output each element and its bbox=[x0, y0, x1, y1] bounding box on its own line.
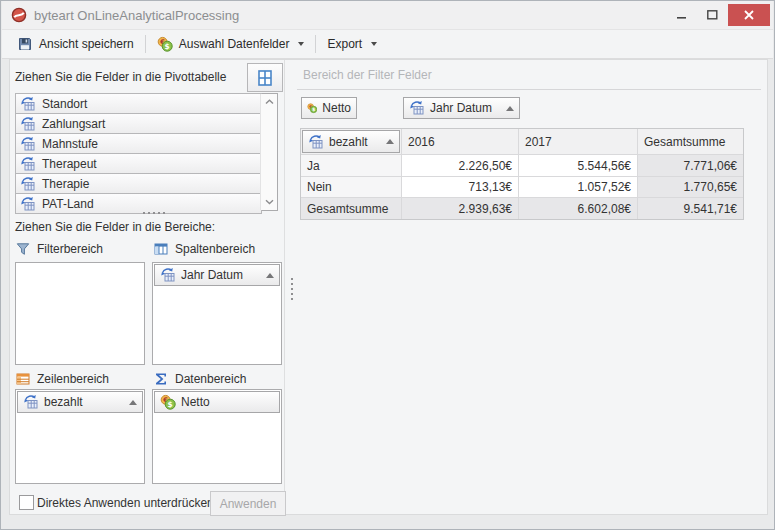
data-field-item-netto[interactable]: Netto bbox=[154, 391, 280, 413]
columns-area-label: Spaltenbereich bbox=[175, 242, 255, 256]
field-list: Standort Zahlungsart Mahnstufe Therapeut… bbox=[15, 93, 278, 211]
minimize-button[interactable] bbox=[666, 4, 697, 26]
title-bar: byteart OnLineAnalyticalProcessing bbox=[2, 1, 773, 30]
minimize-icon bbox=[677, 10, 687, 20]
pivot-data-field-button-netto[interactable]: Netto bbox=[301, 97, 357, 119]
pivot-row-field-label: bezahlt bbox=[329, 135, 368, 149]
scroll-down-button[interactable] bbox=[261, 194, 277, 210]
filter-area-label: Filterbereich bbox=[37, 242, 103, 256]
horizontal-splitter-handle[interactable] bbox=[143, 212, 165, 214]
field-icon bbox=[308, 134, 324, 150]
filter-area-header: Filterbereich bbox=[15, 241, 103, 257]
coins-icon bbox=[307, 100, 317, 116]
pivot-row-field-button-bezahlt[interactable]: bezahlt bbox=[302, 130, 400, 153]
close-icon bbox=[744, 10, 754, 20]
columns-area-header: Spaltenbereich bbox=[153, 241, 255, 257]
field-icon bbox=[23, 394, 39, 410]
pivot-row-header[interactable]: Nein bbox=[301, 177, 402, 198]
pivot-total-cell: 2.939,63€ bbox=[402, 198, 519, 219]
drag-to-areas-label: Ziehen Sie die Felder in die Bereiche: bbox=[15, 220, 215, 234]
columns-area-dropzone[interactable]: Jahr Datum bbox=[152, 262, 282, 365]
layout-grid-icon bbox=[256, 69, 274, 87]
pivot-table: bezahlt 2016 2017 Gesamtsumme Ja 2.226,5… bbox=[300, 128, 744, 220]
rows-area-label: Zeilenbereich bbox=[37, 372, 109, 386]
coins-icon bbox=[160, 394, 176, 410]
data-field-label: Netto bbox=[181, 395, 210, 409]
pivot-value-cell: 2.226,50€ bbox=[402, 155, 519, 177]
export-button[interactable]: Export bbox=[319, 32, 385, 56]
field-icon bbox=[409, 100, 425, 116]
field-label: PAT-Land bbox=[42, 197, 94, 211]
pivot-column-header[interactable]: 2016 bbox=[402, 129, 519, 155]
column-field-item-jahr-datum[interactable]: Jahr Datum bbox=[154, 264, 280, 286]
filter-area-dropzone[interactable] bbox=[15, 262, 145, 365]
filter-fields-placeholder: Bereich der Filter Felder bbox=[303, 68, 432, 82]
field-icon bbox=[160, 267, 176, 283]
field-list-item[interactable]: Therapie bbox=[15, 173, 262, 194]
sigma-icon bbox=[153, 371, 169, 387]
field-icon bbox=[20, 156, 36, 172]
pivot-column-field-label: Jahr Datum bbox=[430, 101, 492, 115]
pivot-value-cell: 1.057,52€ bbox=[519, 177, 638, 198]
filter-funnel-icon bbox=[15, 241, 31, 257]
scroll-up-button[interactable] bbox=[261, 94, 277, 110]
chevron-down-icon bbox=[371, 42, 377, 46]
rows-area-dropzone[interactable]: bezahlt bbox=[15, 389, 145, 484]
rows-table-icon bbox=[15, 371, 31, 387]
field-label: Therapeut bbox=[42, 157, 97, 171]
field-icon bbox=[20, 196, 36, 212]
pivot-column-field-button-jahr-datum[interactable]: Jahr Datum bbox=[403, 97, 520, 119]
suppress-apply-label: Direktes Anwenden unterdrücken bbox=[37, 496, 214, 510]
sort-asc-icon bbox=[506, 106, 514, 111]
field-list-item[interactable]: Standort bbox=[15, 93, 262, 114]
field-list-item[interactable]: PAT-Land bbox=[15, 193, 262, 214]
pivot-row-header[interactable]: Ja bbox=[301, 155, 402, 177]
pivot-value-cell: 5.544,56€ bbox=[519, 155, 638, 177]
columns-table-icon bbox=[153, 241, 169, 257]
rows-area-header: Zeilenbereich bbox=[15, 371, 109, 387]
field-label: Therapie bbox=[42, 177, 89, 191]
close-button[interactable] bbox=[728, 4, 770, 26]
field-label: Standort bbox=[42, 97, 87, 111]
field-label: Zahlungsart bbox=[42, 117, 105, 131]
layout-button[interactable] bbox=[247, 63, 283, 92]
content-area: Ziehen Sie die Felder in die Pivottabell… bbox=[9, 59, 768, 515]
field-icon bbox=[20, 136, 36, 152]
field-label: Mahnstufe bbox=[42, 137, 98, 151]
chevron-up-icon bbox=[265, 99, 274, 105]
drag-to-pivot-label: Ziehen Sie die Felder in die Pivottabell… bbox=[15, 70, 226, 84]
select-datafields-label: Auswahl Datenfelder bbox=[179, 37, 290, 51]
pivot-column-header[interactable]: 2017 bbox=[519, 129, 638, 155]
pivot-row-field-cell: bezahlt bbox=[301, 129, 402, 155]
field-list-item[interactable]: Zahlungsart bbox=[15, 113, 262, 134]
apply-button-label: Anwenden bbox=[220, 497, 277, 511]
pivot-row-header[interactable]: Gesamtsumme bbox=[301, 198, 402, 219]
suppress-apply-checkbox[interactable] bbox=[19, 495, 34, 510]
save-icon bbox=[17, 36, 33, 52]
vertical-splitter-handle[interactable] bbox=[291, 278, 293, 300]
sort-asc-icon bbox=[386, 139, 394, 144]
save-view-button[interactable]: Ansicht speichern bbox=[9, 32, 142, 56]
pivot-total-cell: 1.770,65€ bbox=[638, 177, 743, 198]
maximize-icon bbox=[707, 10, 718, 20]
maximize-button[interactable] bbox=[697, 4, 728, 26]
field-icon bbox=[20, 96, 36, 112]
row-field-item-bezahlt[interactable]: bezahlt bbox=[17, 391, 143, 413]
panel-divider bbox=[284, 60, 285, 514]
toolbar-separator bbox=[145, 35, 146, 53]
pivot-column-header[interactable]: Gesamtsumme bbox=[638, 129, 743, 155]
select-datafields-button[interactable]: Auswahl Datenfelder bbox=[149, 32, 313, 56]
data-area-header: Datenbereich bbox=[153, 371, 246, 387]
field-list-item[interactable]: Therapeut bbox=[15, 153, 262, 174]
pivot-value-cell: 713,13€ bbox=[402, 177, 519, 198]
pivot-total-cell: 6.602,08€ bbox=[519, 198, 638, 219]
apply-button[interactable]: Anwenden bbox=[210, 491, 286, 516]
field-list-scrollbar[interactable] bbox=[260, 94, 277, 210]
pivot-total-cell: 7.771,06€ bbox=[638, 155, 743, 177]
export-label: Export bbox=[327, 37, 362, 51]
field-list-item[interactable]: Mahnstufe bbox=[15, 133, 262, 154]
filter-fields-drop-area[interactable]: Bereich der Filter Felder bbox=[297, 60, 761, 90]
data-area-dropzone[interactable]: Netto bbox=[152, 389, 282, 484]
pivot-grand-total-cell: 9.541,71€ bbox=[638, 198, 743, 219]
window-title: byteart OnLineAnalyticalProcessing bbox=[34, 8, 239, 23]
